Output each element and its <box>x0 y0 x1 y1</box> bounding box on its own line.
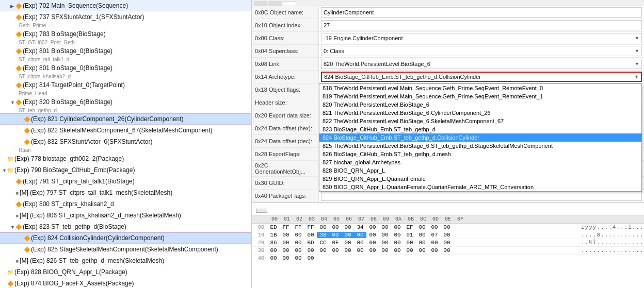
meta-value-5[interactable]: 824 BioStage_CitHub_Emb.ST_teb_gethp_d.C… <box>319 71 644 83</box>
hex-byte-3-15[interactable] <box>453 247 465 253</box>
hex-byte-0-6[interactable]: 00 <box>342 224 354 230</box>
dropdown-item-6[interactable]: 824 BioStage_CitHub_Emb.ST_teb_gethp_d.C… <box>319 133 641 142</box>
hex-byte-2-7[interactable]: 00 <box>354 240 366 246</box>
hex-byte-4-7[interactable] <box>354 255 366 261</box>
dropdown-item-2[interactable]: 820 TheWorld.PersistentLevel.BioStage_6 <box>319 100 641 109</box>
hex-byte-2-3[interactable]: BD <box>304 240 317 246</box>
tree-item-21[interactable]: 🔶(Exp) 874 BIOG_FaceFX_Assets(Package) <box>0 278 251 288</box>
tree-item-17[interactable]: 🔶(Exp) 824 CollisionCylinder(CylinderCom… <box>0 232 251 244</box>
meta-value-1[interactable] <box>319 19 644 31</box>
tree-arrow-11[interactable]: ▼ <box>2 167 7 175</box>
meta-value-3[interactable]: 0: Class▼ <box>319 45 644 57</box>
hex-byte-2-14[interactable]: 00 <box>441 240 453 246</box>
hex-byte-2-15[interactable] <box>453 240 465 246</box>
tree-arrow-0[interactable]: ▶ <box>10 3 15 10</box>
dropdown-item-9[interactable]: 827 biochar_global.Archetypes <box>319 158 641 166</box>
hex-byte-3-10[interactable]: 00 <box>391 247 404 253</box>
hex-byte-2-8[interactable]: 00 <box>366 240 379 246</box>
tree-item-6[interactable]: ▼🔶(Exp) 820 BioStage_6(BioStage) <box>0 96 251 108</box>
hex-byte-4-1[interactable]: 00 <box>280 255 292 261</box>
hex-byte-1-1[interactable]: 00 <box>280 232 292 238</box>
hex-byte-1-8[interactable]: 00 <box>366 232 379 238</box>
tree-item-1[interactable]: 🔶(Exp) 737 SFXStuntActor_1(SFXStuntActor… <box>0 11 251 23</box>
hex-byte-3-14[interactable]: 00 <box>441 247 453 253</box>
hex-byte-3-1[interactable]: 00 <box>280 247 292 253</box>
dropdown-item-0[interactable]: 818 TheWorld.PersistentLevel.Main_Sequen… <box>319 84 641 92</box>
meta-input-14[interactable] <box>321 191 642 201</box>
hex-byte-0-8[interactable]: 00 <box>366 224 379 230</box>
hex-byte-4-12[interactable] <box>416 255 428 261</box>
hex-byte-1-9[interactable]: 00 <box>379 232 391 238</box>
hex-byte-0-1[interactable]: FF <box>280 224 292 230</box>
tree-item-8[interactable]: 🔶(Exp) 822 SkeletalMeshComponent_67(Skel… <box>0 125 251 136</box>
dropdown-field-3[interactable]: 0: Class▼ <box>321 46 642 56</box>
hex-byte-0-0[interactable]: ED <box>267 224 280 230</box>
hex-byte-2-11[interactable]: 00 <box>404 240 416 246</box>
hex-byte-4-3[interactable]: 00 <box>304 255 317 261</box>
hex-byte-2-0[interactable]: 86 <box>267 240 280 246</box>
hex-byte-0-12[interactable]: 00 <box>416 224 428 230</box>
hex-byte-2-5[interactable]: 0F <box>329 240 342 246</box>
tree-item-16[interactable]: ▼🔶(Exp) 823 ST_teb_gethp_d(BioStage) <box>0 221 251 232</box>
hex-byte-3-6[interactable]: 00 <box>342 247 354 253</box>
hex-byte-3-12[interactable]: 00 <box>416 247 428 253</box>
tree-item-3[interactable]: 🔶(Exp) 801 BioStage_0(BioStage) <box>0 45 251 57</box>
dropdown-item-4[interactable]: 822 TheWorld.PersistentLevel.BioStage_6.… <box>319 117 641 125</box>
save-button[interactable] <box>256 209 267 213</box>
hex-byte-2-1[interactable]: 00 <box>280 240 292 246</box>
hex-byte-1-11[interactable]: 01 <box>404 232 416 238</box>
hex-byte-1-2[interactable]: 00 <box>292 232 304 238</box>
hex-byte-1-6[interactable]: 00 <box>342 232 354 238</box>
hex-byte-1-14[interactable]: 00 <box>441 232 453 238</box>
tree-item-13[interactable]: ■[M] (Exp) 797 ST_citprs_tali_talk1_mesh… <box>0 187 251 198</box>
hex-byte-0-9[interactable]: 00 <box>379 224 391 230</box>
hex-byte-3-7[interactable]: 00 <box>354 247 366 253</box>
hex-byte-2-4[interactable]: CC <box>317 240 329 246</box>
dropdown-item-7[interactable]: 825 TheWorld.PersistentLevel.BioStage_6.… <box>319 142 641 150</box>
dropdown-item-5[interactable]: 823 BioStage_CitHub_Emb.ST_teb_gethp_d <box>319 125 641 133</box>
meta-value-4[interactable]: 820 TheWorld.PersistentLevel.BioStage_6▼ <box>319 58 644 70</box>
tree-item-4[interactable]: 🔶(Exp) 801 BioStage_0(BioStage) <box>0 62 251 74</box>
hex-byte-0-14[interactable]: 00 <box>441 224 453 230</box>
hex-byte-2-6[interactable]: 00 <box>342 240 354 246</box>
hex-byte-0-7[interactable]: 34 <box>354 224 366 230</box>
hex-byte-4-4[interactable] <box>317 255 329 261</box>
hex-byte-4-8[interactable] <box>366 255 379 261</box>
tree-item-9[interactable]: 🔶(Exp) 832 SFXStuntActor_0(SFXStuntActor… <box>0 136 251 147</box>
hex-byte-4-2[interactable]: 00 <box>292 255 304 261</box>
hex-byte-3-2[interactable]: 00 <box>292 247 304 253</box>
hex-byte-0-15[interactable] <box>453 224 465 230</box>
hex-byte-1-3[interactable]: 00 <box>304 232 317 238</box>
hex-byte-1-4[interactable]: 38 <box>317 232 329 238</box>
tree-item-14[interactable]: 🔶(Exp) 800 ST_citprs_khalisah2_d <box>0 198 251 210</box>
hex-byte-3-13[interactable]: 00 <box>428 247 441 253</box>
dropdown-item-12[interactable]: 830 BIOG_QRN_Appr_L.QuarianFemale.Quaria… <box>319 183 641 191</box>
hex-byte-2-13[interactable]: 00 <box>428 240 441 246</box>
tree-item-7[interactable]: 🔶(Exp) 821 CylinderComponent_26(Cylinder… <box>0 113 251 125</box>
hex-byte-2-9[interactable]: 00 <box>379 240 391 246</box>
hex-byte-1-15[interactable] <box>453 232 465 238</box>
hex-byte-1-7[interactable]: 00 <box>354 232 366 238</box>
hex-byte-2-12[interactable]: 00 <box>416 240 428 246</box>
hex-byte-0-11[interactable]: EF <box>404 224 416 230</box>
hex-byte-0-5[interactable]: 00 <box>329 224 342 230</box>
dropdown-item-8[interactable]: 826 BioStage_CitHub_Emb.ST_teb_gethp_d.m… <box>319 150 641 158</box>
tree-item-18[interactable]: 🔶(Exp) 825 StageSkeletalMeshComponent(Sk… <box>0 244 251 255</box>
tree-item-0[interactable]: ▶🔶(Exp) 702 Main_Sequence(Sequence) <box>0 0 251 11</box>
tree-item-12[interactable]: 🔶(Exp) 791 ST_citprs_tali_talk1(BioStage… <box>0 176 251 187</box>
dropdown-field-4[interactable]: 820 TheWorld.PersistentLevel.BioStage_6▼ <box>321 59 642 69</box>
tab-binary-interpreter[interactable] <box>283 1 296 6</box>
tree-arrow-16[interactable]: ▼ <box>10 224 15 231</box>
hex-byte-3-5[interactable]: 00 <box>329 247 342 253</box>
hex-byte-4-0[interactable]: 00 <box>267 255 280 261</box>
tab-interpreter[interactable] <box>254 1 267 6</box>
hex-byte-3-0[interactable]: 00 <box>267 247 280 253</box>
tree-arrow-6[interactable]: ▼ <box>10 99 15 107</box>
hex-byte-0-4[interactable]: 00 <box>317 224 329 230</box>
hex-byte-0-2[interactable]: FF <box>292 224 304 230</box>
tree-item-2[interactable]: 🔶(Exp) 783 BioStage(BioStage) <box>0 28 251 40</box>
hex-byte-4-13[interactable] <box>428 255 441 261</box>
hex-byte-0-10[interactable]: 00 <box>391 224 404 230</box>
hex-byte-4-11[interactable] <box>404 255 416 261</box>
dropdown-item-10[interactable]: 828 BIOG_QRN_Appr_L <box>319 166 641 175</box>
